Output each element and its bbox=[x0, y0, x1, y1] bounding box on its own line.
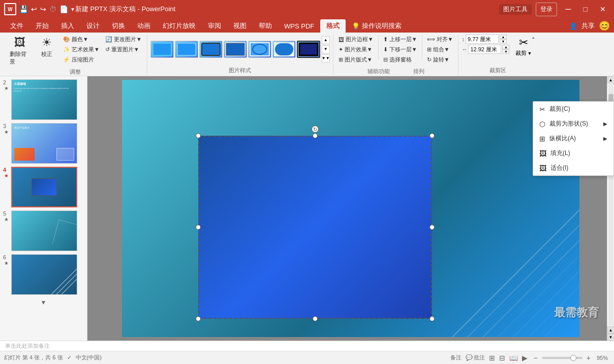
slide-thumb-3[interactable]: 新品产品展示 bbox=[11, 123, 77, 164]
picture-layout-button[interactable]: ⊞ 图片版式▼ bbox=[336, 55, 376, 65]
tab-home[interactable]: 开始 bbox=[29, 19, 55, 33]
remove-background-button[interactable]: 🖼 删除背景 bbox=[7, 35, 33, 65]
picture-effect-button[interactable]: ✦ 图片效果▼ bbox=[336, 45, 376, 54]
style-scroll-up[interactable]: ▲ bbox=[322, 36, 330, 44]
slide-thumb-6[interactable] bbox=[11, 254, 77, 295]
handle-tr[interactable] bbox=[429, 133, 435, 138]
tab-slideshow[interactable]: 幻灯片放映 bbox=[157, 19, 202, 33]
handle-bl[interactable] bbox=[196, 316, 201, 321]
tab-design[interactable]: 设计 bbox=[80, 19, 106, 33]
zoom-level[interactable]: 95% bbox=[595, 354, 610, 362]
handle-ml[interactable] bbox=[196, 225, 201, 230]
scroll-down-btn-2[interactable]: ▼ bbox=[607, 333, 615, 341]
slide-panel-scroll-down[interactable]: ▼ bbox=[2, 297, 85, 308]
picture-border-button[interactable]: 🖼 图片边框▼ bbox=[336, 35, 376, 44]
style-thumb-3[interactable] bbox=[199, 41, 223, 58]
tab-file[interactable]: 文件 bbox=[4, 19, 29, 33]
height-input[interactable] bbox=[466, 35, 499, 44]
maximize-icon[interactable]: □ bbox=[579, 3, 592, 15]
width-spin-down[interactable]: ▼ bbox=[502, 49, 509, 54]
undo-icon[interactable]: ↩ bbox=[30, 4, 38, 14]
move-down-layer-button[interactable]: ⬇ 下移一层▼ bbox=[381, 45, 419, 54]
height-spin-down[interactable]: ▼ bbox=[500, 39, 507, 44]
style-thumb-5[interactable] bbox=[248, 41, 271, 58]
correct-button[interactable]: ☀ 校正 bbox=[34, 35, 59, 65]
scroll-down-btn-1[interactable]: ▲ bbox=[607, 326, 615, 333]
view-normal-icon[interactable]: ⊞ bbox=[489, 354, 495, 362]
tab-wpspdf[interactable]: WPS PDF bbox=[278, 19, 320, 33]
login-button[interactable]: 登录 bbox=[536, 3, 557, 16]
style-scroll-down[interactable]: ▼ bbox=[322, 45, 330, 53]
handle-tm[interactable] bbox=[313, 133, 318, 138]
align-button[interactable]: ⟺ 对齐▼ bbox=[425, 35, 455, 44]
close-icon[interactable]: ✕ bbox=[596, 3, 610, 15]
width-spin-up[interactable]: ▲ bbox=[502, 45, 509, 49]
style-thumb-6[interactable] bbox=[272, 41, 296, 58]
dropdown-arrow-icon[interactable]: ▼ bbox=[70, 7, 75, 12]
notes-status-btn[interactable]: 备注 bbox=[450, 354, 462, 361]
reset-image-button[interactable]: ↺ 重置图片▼ bbox=[103, 45, 144, 54]
smiley-icon[interactable]: 😊 bbox=[599, 20, 610, 32]
slide-thumb-4[interactable] bbox=[11, 167, 77, 207]
crop-to-shape-item[interactable]: ⬡ 裁剪为形状(S) ▶ bbox=[533, 116, 613, 131]
zoom-out-btn[interactable]: − bbox=[532, 353, 540, 363]
ribbon-collapse-icon[interactable]: ⌃ bbox=[531, 37, 535, 42]
auto-save-icon[interactable]: ⏱ bbox=[48, 4, 57, 14]
view-slideshow-icon[interactable]: ▶ bbox=[522, 354, 528, 362]
new-file-icon[interactable]: 📄 bbox=[58, 4, 69, 14]
slide-thumb-5[interactable] bbox=[11, 210, 77, 251]
crop-item[interactable]: ✂ 裁剪(C) bbox=[533, 102, 613, 116]
zoom-thumb[interactable] bbox=[570, 355, 576, 361]
crop-arrow[interactable]: ▼ bbox=[527, 51, 532, 56]
style-dropdown[interactable]: ▼▼ bbox=[322, 54, 330, 63]
save-icon[interactable]: 💾 bbox=[18, 4, 29, 14]
view-slide-sorter-icon[interactable]: ⊟ bbox=[499, 354, 505, 362]
tab-format[interactable]: 格式 bbox=[320, 19, 346, 33]
height-spin-up[interactable]: ▲ bbox=[500, 35, 507, 39]
selection-pane-button[interactable]: ⊟ 选择窗格 bbox=[381, 55, 419, 65]
style-thumb-2[interactable] bbox=[175, 41, 198, 58]
slide-thumb-2[interactable]: 小花绿地 Lorem ipsum dolor sit amet consecte… bbox=[11, 79, 77, 120]
tab-insert[interactable]: 插入 bbox=[55, 19, 80, 33]
slide-item-5[interactable]: 5 ★ bbox=[2, 209, 85, 252]
tab-transitions[interactable]: 切换 bbox=[106, 19, 131, 33]
move-up-layer-button[interactable]: ⬆ 上移一层▼ bbox=[381, 35, 419, 44]
handle-bm[interactable] bbox=[313, 316, 318, 321]
rotate-handle[interactable]: ↻ bbox=[312, 126, 319, 133]
zoom-slider[interactable] bbox=[542, 357, 582, 359]
compress-button[interactable]: ⚡ 压缩图片 bbox=[61, 55, 102, 65]
slide-selected-image[interactable]: ↻ bbox=[198, 136, 432, 319]
handle-mr[interactable] bbox=[429, 225, 435, 230]
redo-icon[interactable]: ↪ bbox=[39, 4, 47, 14]
tab-animations[interactable]: 动画 bbox=[131, 19, 157, 33]
tab-search[interactable]: 💡 操作说明搜索 bbox=[346, 19, 408, 33]
slide-item-6[interactable]: 6 ★ bbox=[2, 253, 85, 296]
tab-help[interactable]: 帮助 bbox=[253, 19, 278, 33]
zoom-in-btn[interactable]: + bbox=[585, 353, 593, 363]
share-button[interactable]: 共享 bbox=[581, 21, 595, 31]
art-effects-button[interactable]: ✨ 艺术效果▼ bbox=[61, 45, 102, 54]
tab-view[interactable]: 视图 bbox=[227, 19, 253, 33]
scroll-up-btn[interactable]: ▲ bbox=[607, 76, 615, 83]
tab-review[interactable]: 审阅 bbox=[202, 19, 227, 33]
minimize-icon[interactable]: ─ bbox=[561, 3, 575, 16]
rotate-button[interactable]: ↻ 旋转▼ bbox=[425, 55, 455, 65]
style-thumb-7[interactable] bbox=[297, 41, 320, 58]
style-thumb-1[interactable] bbox=[150, 41, 174, 58]
notes-bar[interactable]: 单击此处添加备注 bbox=[0, 341, 614, 351]
aspect-ratio-item[interactable]: ⊞ 纵横比(A) ▶ bbox=[533, 131, 613, 146]
handle-tl[interactable] bbox=[196, 133, 201, 138]
slide-item-4[interactable]: 4 ★ bbox=[2, 166, 85, 208]
width-input[interactable] bbox=[468, 45, 501, 54]
fit-item[interactable]: 🖼 适合(I) bbox=[533, 161, 613, 175]
fill-item[interactable]: 🖼 填充(L) bbox=[533, 146, 613, 161]
slide-item-2[interactable]: 2 ★ 小花绿地 Lorem ipsum dolor sit amet cons… bbox=[2, 78, 85, 121]
handle-br[interactable] bbox=[429, 316, 435, 321]
comments-status-btn[interactable]: 💬 批注 bbox=[466, 354, 485, 361]
view-reading-icon[interactable]: 📖 bbox=[509, 354, 518, 362]
slide-item-3[interactable]: 3 ★ 新品产品展示 bbox=[2, 122, 85, 165]
change-image-button[interactable]: 🔄 更改图片▼ bbox=[103, 35, 144, 44]
group-button[interactable]: ⊞ 组合▼ bbox=[425, 45, 455, 54]
color-button[interactable]: 🎨 颜色▼ bbox=[61, 35, 102, 44]
style-thumb-4[interactable] bbox=[224, 41, 247, 58]
